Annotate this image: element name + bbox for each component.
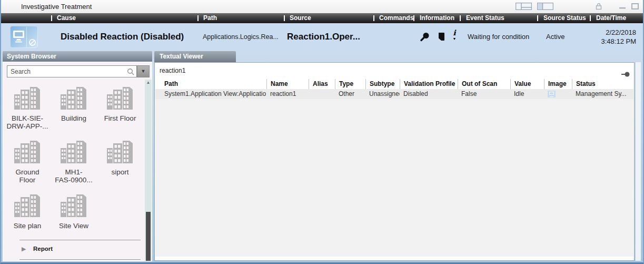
info-i-glyph: i (450, 29, 459, 36)
building-item-label: BILK-SIE- DRW-APP-... (4, 114, 51, 130)
table-row[interactable]: System1.Application View:Applicatio... r… (155, 89, 633, 99)
browser-item-siport[interactable]: siport (97, 135, 143, 189)
building-item-label: MH1- FAS-0900... (51, 168, 97, 184)
event-row[interactable]: Disabled Reaction (Disabled) Application… (1, 23, 643, 51)
cell-subtype: Unassigned (365, 89, 400, 99)
textual-viewer-content: reaction1 Path Name Alias Type Subtype V… (154, 62, 635, 261)
main-area: System Browser ▼ BILK-SIE- DRW-APP-... (1, 51, 643, 262)
source-status-value: Active (546, 23, 564, 51)
col-cause: Cause (57, 14, 76, 22)
title-bar: Investigative Treatment (1, 0, 643, 13)
pin-icon[interactable] (621, 70, 630, 79)
browser-item-first-floor[interactable]: First Floor (97, 82, 143, 135)
table-empty-area (155, 99, 633, 257)
col-datetime: Date/Time (596, 14, 626, 22)
cell-path: System1.Application View:Applicatio... (155, 89, 266, 99)
event-source: Reaction1.Oper... (287, 23, 360, 51)
building-item-label: siport (97, 168, 143, 176)
col-event-status: Event Status (466, 14, 504, 22)
system-browser-header[interactable]: System Browser (3, 51, 152, 62)
layout-pane-icon[interactable] (537, 3, 553, 12)
disabled-icon (28, 38, 36, 46)
th-status[interactable]: Status (572, 79, 633, 89)
col-commands: Commands (379, 14, 413, 22)
th-alias[interactable]: Alias (309, 79, 335, 89)
cell-out-of-scan: False (458, 89, 510, 99)
browser-scrollbar[interactable]: ▲ (145, 80, 152, 261)
object-image-icon (548, 91, 556, 97)
object-table: Path Name Alias Type Subtype Validation … (155, 79, 633, 99)
building-item-label: Ground Floor (4, 168, 51, 184)
cell-value: Idle (510, 89, 544, 99)
th-out-of-scan[interactable]: Out of Scan (458, 79, 510, 89)
browser-item-site-view[interactable]: Site View (51, 189, 97, 243)
search-input[interactable] (7, 65, 137, 77)
table-header-row: Path Name Alias Type Subtype Validation … (155, 79, 633, 89)
minimize-icon[interactable] (619, 3, 626, 12)
cell-validation-profile: Disabled (400, 89, 458, 99)
report-expander[interactable]: ▶ Report (3, 240, 143, 259)
lock-icon[interactable] (596, 3, 602, 12)
col-source-status: Source Status (543, 14, 586, 22)
building-item-label: Site plan (4, 222, 51, 230)
event-status-value: Waiting for condition (468, 23, 529, 51)
right-scroll-gutter (635, 62, 641, 261)
col-information: Information (420, 14, 454, 22)
th-value[interactable]: Value (510, 79, 544, 89)
building-icon-grid: BILK-SIE- DRW-APP-... Building First Flo… (4, 82, 143, 243)
information-menu-icon[interactable]: i ▼ (450, 29, 459, 41)
event-time: 3:48:12 PM (601, 37, 637, 46)
divider (19, 259, 141, 260)
search-dropdown-button[interactable]: ▼ (137, 65, 150, 77)
system-browser-body: ▼ BILK-SIE- DRW-APP-... Building First F (3, 62, 152, 261)
col-path: Path (203, 14, 217, 22)
browser-item-bilk-sie[interactable]: BILK-SIE- DRW-APP-... (4, 82, 51, 135)
tab-textual-viewer[interactable]: Textual Viewer (154, 51, 236, 62)
maximize-icon[interactable] (631, 3, 639, 12)
th-type[interactable]: Type (335, 79, 365, 89)
event-source-icon[interactable] (10, 26, 38, 48)
scroll-up-icon[interactable]: ▲ (145, 80, 152, 86)
window-title: Investigative Treatment (21, 3, 92, 11)
cell-name: reaction1 (266, 89, 309, 99)
th-name[interactable]: Name (266, 79, 309, 89)
event-column-header: Cause Path Source Commands Information E… (1, 13, 643, 23)
browser-item-ground-floor[interactable]: Ground Floor (4, 135, 51, 189)
object-name: reaction1 (160, 67, 185, 74)
cell-alias (309, 89, 335, 99)
system-browser-panel: System Browser ▼ BILK-SIE- DRW-APP-... (3, 51, 152, 261)
event-cause: Disabled Reaction (Disabled) (61, 23, 184, 51)
browser-item-building[interactable]: Building (51, 82, 97, 135)
cell-type: Other (335, 89, 365, 99)
building-item-label: Building (51, 114, 97, 122)
info-caret-glyph: ▼ (450, 36, 459, 41)
document-command-icon[interactable] (437, 32, 445, 44)
investigate-command-icon[interactable] (420, 32, 430, 44)
event-date: 2/22/2018 (601, 28, 637, 37)
browser-item-mh1-fas[interactable]: MH1- FAS-0900... (51, 135, 97, 189)
th-path[interactable]: Path (155, 79, 266, 89)
event-datetime: 2/22/2018 3:48:12 PM (601, 28, 637, 46)
textual-viewer-panel: Textual Viewer reaction1 Path Name Alias… (154, 51, 635, 261)
layout-split-icon[interactable] (516, 3, 532, 12)
expander-arrow-icon[interactable]: ▶ (22, 246, 26, 252)
col-source: Source (290, 14, 311, 22)
cell-status: Management Sy... (572, 89, 633, 99)
report-section: ▶ Report (3, 240, 143, 260)
event-path: Applications.Logics.Rea... (203, 23, 279, 51)
building-item-label: First Floor (97, 114, 143, 122)
browser-item-site-plan[interactable]: Site plan (4, 189, 51, 243)
scrollbar-thumb[interactable] (146, 212, 151, 261)
th-validation-profile[interactable]: Validation Profile (400, 79, 458, 89)
report-label: Report (33, 246, 53, 252)
app-window: Investigative Treatment Cause Path Sour (0, 0, 644, 264)
th-subtype[interactable]: Subtype (365, 79, 400, 89)
building-item-label: Site View (51, 222, 97, 230)
cell-image (544, 89, 572, 99)
computer-icon (12, 30, 26, 43)
th-image[interactable]: Image (544, 79, 572, 89)
